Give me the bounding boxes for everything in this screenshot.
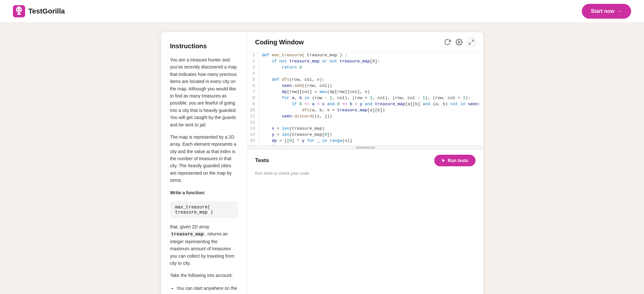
svg-point-1: [16, 6, 22, 13]
logo-icon: [13, 5, 25, 17]
instructions-paragraph2: The map is represented by a 2D array. Ea…: [170, 133, 238, 184]
code-row: 14 y = len(treasure_map[0]): [247, 132, 483, 138]
code-row: 6 seen.add((row, col)): [247, 83, 483, 89]
code-row: 5 def dfs(row, col, v):: [247, 77, 483, 83]
play-icon: [441, 158, 446, 163]
instructions-title: Instructions: [170, 42, 238, 50]
header: TestGorilla Start now →: [0, 0, 644, 23]
bold-desc-code: treasure_map: [170, 231, 205, 237]
instructions-paragraph1: You are a treasure hunter and you've rec…: [170, 56, 238, 128]
code-row: 10 dfs(a, b, v + treasure_map[a][b]): [247, 107, 483, 114]
svg-marker-9: [442, 159, 445, 162]
logo-text: TestGorilla: [28, 7, 65, 15]
tests-placeholder: Run tests to check your code: [255, 171, 476, 176]
tests-header: Tests Run tests: [255, 155, 476, 166]
svg-point-3: [20, 9, 21, 10]
bold-desc: that, given 2D array treasure_map, retur…: [170, 223, 238, 267]
code-row: 12: [247, 120, 483, 126]
run-tests-button[interactable]: Run tests: [434, 155, 476, 166]
run-tests-label: Run tests: [448, 158, 468, 163]
scrollbar-thumb: [356, 147, 375, 149]
code-row: 1 def max_treasure( treasure_map ) :: [247, 52, 483, 59]
coding-window-title: Coding Window: [255, 39, 304, 46]
take-following: Take the following into account:: [170, 272, 238, 279]
code-row: 13 x = len(treasure_map): [247, 126, 483, 132]
tests-panel: Tests Run tests Run tests to check your …: [247, 150, 483, 294]
code-table: 1 def max_treasure( treasure_map ) : 2 i…: [247, 52, 483, 146]
svg-rect-5: [17, 14, 21, 15]
logo: TestGorilla: [13, 5, 65, 17]
code-editor[interactable]: 1 def max_treasure( treasure_map ) : 2 i…: [247, 52, 483, 146]
start-now-arrow: →: [617, 8, 622, 14]
code-row: 8 for a, b in (row - 1, col), (row + 1, …: [247, 95, 483, 101]
settings-icon[interactable]: [456, 39, 463, 46]
code-row: 2 if not treasure_map or not treasure_ma…: [247, 59, 483, 65]
code-row: 7 dp[row][col] = max(dp[row][col], v): [247, 89, 483, 95]
svg-point-2: [17, 9, 19, 10]
bullet-item: You can start anywhere on the map: [177, 284, 238, 294]
start-now-button[interactable]: Start now →: [582, 4, 631, 19]
start-now-label: Start now: [591, 8, 614, 14]
expand-icon: [468, 39, 474, 45]
main-container: Instructions You are a treasure hunter a…: [0, 23, 644, 294]
svg-point-6: [458, 41, 460, 43]
code-row: 3 return 0: [247, 65, 483, 71]
svg-line-8: [469, 43, 471, 44]
panel-wrapper: Instructions You are a treasure hunter a…: [161, 32, 483, 294]
instructions-panel: Instructions You are a treasure hunter a…: [161, 32, 247, 294]
refresh-icon[interactable]: [444, 39, 451, 46]
write-function-label: Write a function:: [170, 189, 238, 196]
code-row: 9 if 0 <= a < x and 0 <= b < y and treas…: [247, 101, 483, 107]
code-row: 16 for i in range(x):: [247, 144, 483, 146]
code-row: 4: [247, 71, 483, 77]
bold-desc-pre: that, given 2D array: [170, 224, 209, 229]
bullet-list: You can start anywhere on the map You mu…: [170, 284, 238, 294]
code-horizontal-scrollbar[interactable]: [247, 146, 483, 150]
coding-panel: Coding Window: [247, 32, 483, 294]
code-row: 15 dp = [[0] * y for _ in range(x)]: [247, 138, 483, 144]
coding-header: Coding Window: [247, 32, 483, 52]
expand-icon-button[interactable]: [467, 38, 476, 46]
svg-line-7: [472, 40, 473, 41]
code-row: 11 seen.discard((i, j)): [247, 114, 483, 120]
coding-actions: [444, 38, 476, 46]
function-signature: max_treasure( treasure_map ): [170, 201, 238, 218]
tests-title: Tests: [255, 157, 269, 164]
